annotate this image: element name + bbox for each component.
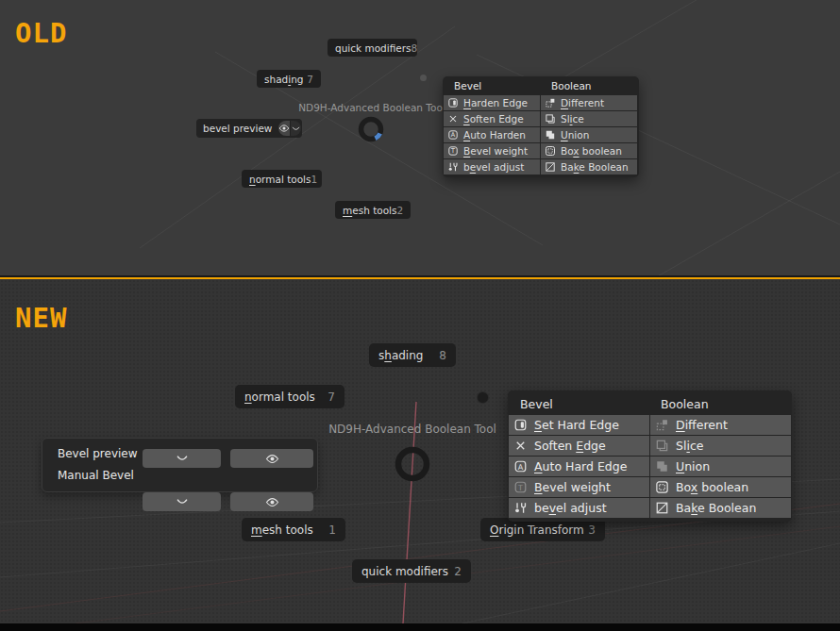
bevel-column: Harden Edge Soften Edge Auto Harden Beve… (444, 95, 540, 174)
object-origin-dot (420, 75, 427, 81)
pie-item-shading[interactable]: shading 7 (257, 70, 321, 88)
menu-item-label: Different (676, 418, 728, 432)
manual-bevel-row: Manual Bevel (42, 466, 317, 485)
pie-item-number: 3 (588, 523, 596, 537)
letter-t-icon (447, 145, 459, 157)
menu-item-slice[interactable]: Slice (650, 436, 791, 456)
chevron-down-icon (175, 451, 190, 466)
bevel-preview-label: bevel preview (196, 123, 278, 134)
menu-item-label: Soften Edge (463, 113, 524, 125)
bevel-column-header: Bevel (520, 397, 553, 411)
pie-item-quick-modifiers[interactable]: quick modifiers 8 (328, 39, 417, 57)
union-icon (545, 129, 556, 141)
pie-item-label: shading (378, 349, 423, 362)
new-viewport: NEW shading 8 normal tools 7 mesh tools … (0, 279, 840, 623)
menu-item-set-hard-edge[interactable]: Set Hard Edge (509, 415, 649, 435)
bevel-column: Set Hard Edge Soften Edge Auto Hard Edge… (509, 415, 649, 518)
pie-item-number: 7 (328, 390, 335, 404)
pie-item-normal-tools[interactable]: normal tools 7 (235, 385, 344, 408)
pie-item-mesh-tools[interactable]: mesh tools 1 (242, 518, 345, 541)
menu-item-label: Slice (676, 439, 703, 453)
bake-icon (545, 161, 556, 173)
visibility-toggle-button[interactable] (278, 121, 290, 136)
pie-item-label: normal tools (244, 390, 315, 404)
menu-item-bevel-adjust[interactable]: bevel adjust (444, 159, 540, 174)
menu-item-slice[interactable]: Slice (541, 111, 637, 126)
viewport-bottom-edge (0, 623, 840, 631)
pie-item-normal-tools[interactable]: normal tools 1 (242, 170, 322, 188)
screenshot-root: OLD quick modifiers 8 shading 7 normal t… (0, 0, 840, 631)
hard-edge-icon (513, 418, 528, 432)
slice-icon (655, 439, 669, 453)
union-icon (655, 459, 669, 473)
bevel-preview-dropdown-button[interactable] (143, 449, 221, 468)
menu-item-box-boolean[interactable]: Box boolean (541, 143, 637, 158)
bevel-boolean-panel: Bevel Boolean Harden Edge Soften Edge Au… (443, 76, 639, 177)
menu-item-harden-edge[interactable]: Harden Edge (444, 95, 540, 110)
eye-icon (278, 123, 290, 134)
boolean-column: Different Slice Union Box boolean Bake B… (650, 415, 791, 518)
menu-item-label: bevel adjust (463, 161, 524, 173)
tools-icon (447, 161, 459, 173)
menu-item-union[interactable]: Union (650, 457, 791, 476)
menu-item-label: Box boolean (561, 145, 622, 157)
menu-item-soften-edge[interactable]: Soften Edge (509, 436, 649, 456)
pie-item-label: mesh tools (343, 205, 397, 216)
old-viewport: OLD quick modifiers 8 shading 7 normal t… (0, 0, 840, 275)
letter-a-icon (447, 129, 459, 141)
box-icon (545, 145, 556, 157)
menu-item-auto-hard-edge[interactable]: Auto Hard Edge (509, 457, 649, 476)
pie-item-label: quick modifiers (335, 42, 412, 54)
pie-item-mesh-tools[interactable]: mesh tools 2 (335, 201, 411, 219)
tools-icon (513, 501, 528, 515)
menu-item-label: Harden Edge (463, 97, 528, 108)
grid-lines (0, 0, 840, 275)
menu-item-label: Auto Harden (463, 129, 526, 141)
pie-item-label: normal tools (249, 174, 311, 185)
menu-item-soften-edge[interactable]: Soften Edge (444, 111, 540, 126)
hard-edge-icon (447, 97, 459, 108)
manual-bevel-visibility-button[interactable] (230, 492, 313, 511)
menu-item-different[interactable]: Different (541, 95, 637, 110)
menu-item-label: Different (561, 97, 604, 108)
bevel-boolean-panel: Bevel Boolean Set Hard Edge Soften Edge … (508, 390, 792, 522)
bake-icon (655, 501, 669, 515)
manual-bevel-dropdown-button[interactable] (143, 492, 221, 511)
menu-item-bake-boolean[interactable]: Bake Boolean (541, 159, 637, 174)
menu-item-union[interactable]: Union (541, 127, 637, 142)
letter-t-icon (513, 480, 528, 494)
boolean-column-header: Boolean (551, 80, 592, 91)
letter-a-icon (513, 459, 528, 473)
boolean-column: Different Slice Union Box boolean Bake B… (541, 95, 637, 174)
menu-item-different[interactable]: Different (650, 415, 791, 435)
bevel-preview-label: Bevel preview (42, 447, 143, 460)
bevel-preview-visibility-button[interactable] (230, 449, 313, 468)
pie-item-number: 8 (439, 349, 446, 362)
pie-item-number: 8 (412, 42, 418, 54)
menu-item-label: Bevel weight (534, 480, 611, 494)
menu-item-bevel-weight[interactable]: Bevel weight (444, 143, 540, 158)
menu-item-bake-boolean[interactable]: Bake Boolean (650, 498, 791, 518)
menu-item-bevel-weight[interactable]: Bevel weight (509, 477, 649, 497)
pie-item-label: shading (264, 74, 303, 85)
object-origin-dot (478, 392, 488, 403)
pie-item-shading[interactable]: shading 8 (369, 343, 456, 367)
pie-item-label: Origin Transform (490, 523, 584, 537)
expand-dropdown-button[interactable] (290, 121, 301, 136)
x-icon (447, 113, 459, 125)
x-icon (513, 439, 528, 453)
pie-cursor-ring (392, 443, 433, 485)
pie-item-quick-modifiers[interactable]: quick modifiers 2 (352, 559, 471, 583)
menu-item-auto-harden[interactable]: Auto Harden (444, 127, 540, 142)
menu-item-label: Soften Edge (534, 439, 606, 453)
chevron-down-icon (175, 494, 190, 509)
bevel-options-panel: Bevel preview Manual Bevel (42, 438, 318, 492)
menu-item-bevel-adjust[interactable]: bevel adjust (509, 498, 649, 518)
eye-icon (265, 452, 279, 466)
menu-item-box-boolean[interactable]: Box boolean (650, 477, 791, 497)
menu-item-label: Bake Boolean (676, 501, 756, 515)
boolean-column-header: Boolean (661, 397, 709, 411)
bevel-column-header: Bevel (454, 80, 481, 91)
pie-item-number: 1 (328, 523, 336, 537)
pie-item-label: quick modifiers (361, 565, 448, 578)
